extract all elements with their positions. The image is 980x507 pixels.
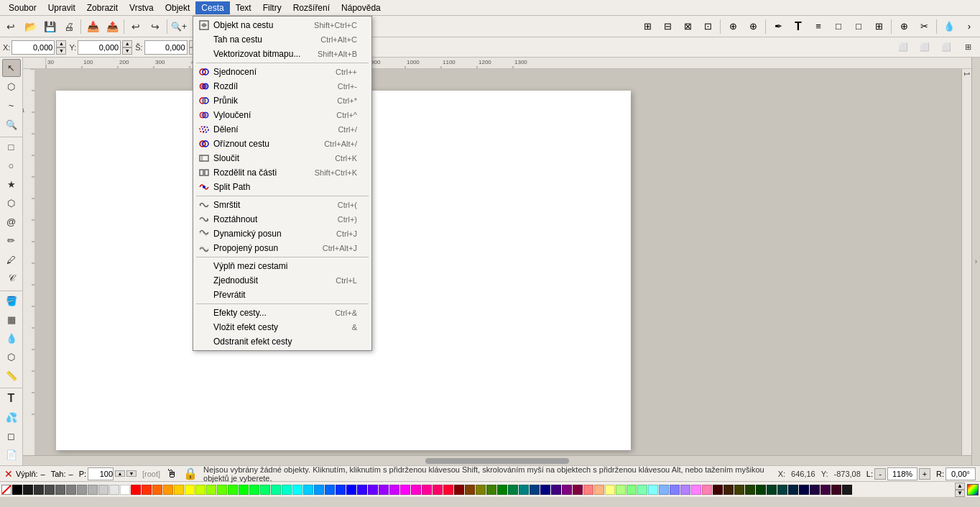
color-32[interactable] xyxy=(422,485,432,495)
color-66[interactable] xyxy=(788,485,798,495)
color-picker-btn[interactable] xyxy=(967,484,979,495)
tool-page[interactable]: 📄 xyxy=(2,446,21,464)
tool-pencil[interactable]: ✏ xyxy=(2,232,21,250)
snap-btn-9[interactable]: □ xyxy=(829,17,848,36)
align-center-btn[interactable]: ⬜ xyxy=(915,38,934,57)
p-down[interactable]: ▼ xyxy=(126,470,137,477)
color-14[interactable] xyxy=(185,485,195,495)
menu-napoveda[interactable]: Nápověda xyxy=(336,1,387,14)
color-29[interactable] xyxy=(379,485,389,495)
color-cyan[interactable] xyxy=(292,485,302,495)
color-35[interactable] xyxy=(454,485,464,495)
color-58[interactable] xyxy=(702,485,712,495)
color-12[interactable] xyxy=(163,485,173,495)
menu-item-vylouceni[interactable]: Vyloučení Ctrl+^ xyxy=(193,108,371,122)
pointer-icon[interactable]: 🖱 xyxy=(166,467,177,480)
menu-item-efekty-cesty[interactable]: Efekty cesty... Ctrl+& xyxy=(193,306,371,320)
color-33[interactable] xyxy=(433,485,443,495)
color-55[interactable] xyxy=(670,485,680,495)
tool-spiral[interactable]: @ xyxy=(2,213,21,231)
color-68[interactable] xyxy=(810,485,820,495)
color-white[interactable] xyxy=(120,485,130,495)
snap-btn-6[interactable]: ⊕ xyxy=(744,17,762,36)
snap-btn-3[interactable]: ⊠ xyxy=(678,17,697,36)
right-panel-collapse[interactable]: › xyxy=(971,58,980,465)
zoom-input[interactable] xyxy=(887,467,917,480)
menu-item-prunik[interactable]: Průnik Ctrl+* xyxy=(193,93,371,108)
color-green[interactable] xyxy=(239,485,249,495)
menu-item-roztahnout[interactable]: Roztáhnout Ctrl+) xyxy=(193,212,371,227)
color-50[interactable] xyxy=(616,485,626,495)
color-9[interactable] xyxy=(109,485,119,495)
color-5[interactable] xyxy=(66,485,76,495)
color-31[interactable] xyxy=(411,485,421,495)
palette-scroll-up[interactable]: ▲ xyxy=(955,483,965,490)
tool-connector[interactable]: ⬡ xyxy=(2,348,21,366)
tool-calligraphy[interactable]: 𝒞 xyxy=(2,270,21,288)
tool-zoom[interactable]: 🔍 xyxy=(2,115,21,133)
color-42[interactable] xyxy=(530,485,540,495)
color-52[interactable] xyxy=(637,485,647,495)
color-62[interactable] xyxy=(745,485,755,495)
color-19[interactable] xyxy=(249,485,259,495)
snap-btn-7[interactable]: ✒ xyxy=(769,17,787,36)
color-67[interactable] xyxy=(799,485,809,495)
color-black[interactable] xyxy=(12,485,22,495)
tb-print[interactable]: 🖨 xyxy=(60,17,78,36)
color-11[interactable] xyxy=(152,485,162,495)
tool-node[interactable]: ⬡ xyxy=(2,78,21,96)
color-4[interactable] xyxy=(55,485,65,495)
tool-dropper[interactable]: 💧 xyxy=(2,329,21,347)
x-step-up[interactable]: ▲ xyxy=(56,40,66,47)
menu-upravit[interactable]: Upravit xyxy=(42,1,81,14)
y-step-up[interactable]: ▲ xyxy=(122,40,132,47)
tool-eraser[interactable]: ◻ xyxy=(2,427,21,445)
color-53[interactable] xyxy=(648,485,658,495)
color-65[interactable] xyxy=(777,485,787,495)
tool-measure[interactable]: 📏 xyxy=(2,367,21,385)
color-28[interactable] xyxy=(368,485,378,495)
color-26[interactable] xyxy=(336,485,346,495)
tool-rect[interactable]: □ xyxy=(2,138,21,156)
color-43[interactable] xyxy=(540,485,550,495)
x-step-down[interactable]: ▼ xyxy=(56,47,66,55)
color-27[interactable] xyxy=(357,485,367,495)
menu-cesta[interactable]: Cesta xyxy=(195,1,229,14)
snap-btn-scissors[interactable]: ✂ xyxy=(915,17,933,36)
color-61[interactable] xyxy=(734,485,744,495)
tool-fill-bucket[interactable]: 🪣 xyxy=(2,292,21,310)
tool-3d-box[interactable]: ⬡ xyxy=(2,194,21,212)
tb-zoomin[interactable]: 🔍+ xyxy=(170,17,188,36)
color-64[interactable] xyxy=(767,485,777,495)
snap-btn-10[interactable]: □ xyxy=(849,17,868,36)
color-36[interactable] xyxy=(465,485,475,495)
zoom-increase[interactable]: + xyxy=(919,468,930,480)
snap-btn-1[interactable]: ⊞ xyxy=(638,17,657,36)
menu-item-rozdelit-na-casti[interactable]: Rozdělit na části Shift+Ctrl+K xyxy=(193,165,371,180)
color-8[interactable] xyxy=(98,485,108,495)
align-grid-btn[interactable]: ⊞ xyxy=(958,38,977,57)
color-20[interactable] xyxy=(260,485,270,495)
color-46[interactable] xyxy=(573,485,583,495)
menu-item-split-path[interactable]: Split Path xyxy=(193,180,371,194)
tool-pen[interactable]: 🖊 xyxy=(2,250,21,268)
menu-item-tah-na-cestu[interactable]: Tah na cestu Ctrl+Alt+C xyxy=(193,32,371,47)
x-input[interactable] xyxy=(11,40,55,55)
tb-undo[interactable]: ↩ xyxy=(126,17,145,36)
snap-btn-12[interactable]: ⊕ xyxy=(895,17,913,36)
tb-save[interactable]: 💾 xyxy=(40,17,59,36)
color-57[interactable] xyxy=(691,485,701,495)
color-49[interactable] xyxy=(605,485,615,495)
menu-item-vyplnmezi[interactable]: Výplň mezi cestami xyxy=(193,259,371,273)
snap-btn-text[interactable]: T xyxy=(789,17,808,36)
color-6[interactable] xyxy=(77,485,87,495)
tool-tweak[interactable]: ~ xyxy=(2,96,21,114)
color-41[interactable] xyxy=(519,485,529,495)
menu-item-sjednoceni[interactable]: Sjednocení Ctrl++ xyxy=(193,65,371,79)
color-16[interactable] xyxy=(206,485,216,495)
color-10[interactable] xyxy=(142,485,152,495)
tool-spray[interactable]: 💦 xyxy=(2,408,21,426)
menu-item-propojeny-posun[interactable]: Propojený posun Ctrl+Alt+J xyxy=(193,241,371,255)
menu-item-smrstit[interactable]: Smrštit Ctrl+( xyxy=(193,198,371,212)
color-59[interactable] xyxy=(713,485,723,495)
